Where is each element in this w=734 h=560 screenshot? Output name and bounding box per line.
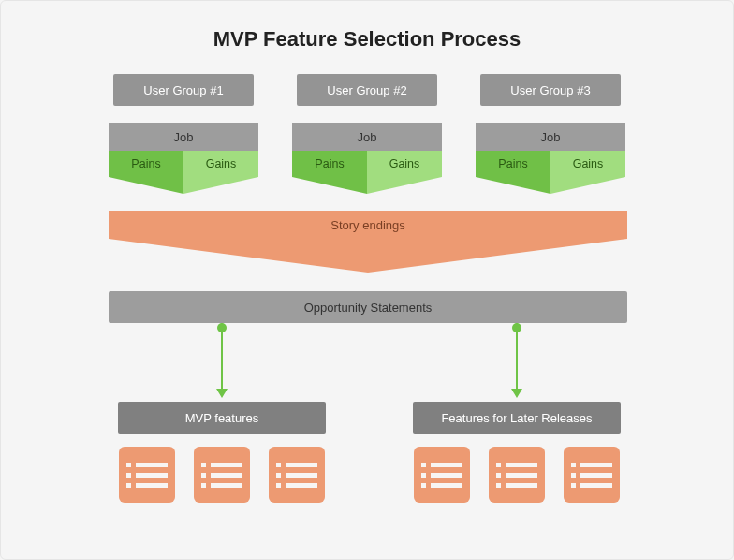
job-arrow-icon: [109, 177, 258, 194]
feature-list-icon: [119, 447, 175, 503]
gain-box: Gains: [550, 151, 625, 177]
job-block: Job Pains Gains: [476, 123, 625, 194]
feature-list-icon: [194, 447, 250, 503]
story-funnel-label: Story endings: [109, 211, 627, 239]
job-block: Job Pains Gains: [292, 123, 442, 194]
pain-gain-row: Pains Gains: [476, 151, 625, 177]
job-box: Job: [476, 123, 625, 151]
user-group-box: User Group #3: [480, 74, 621, 106]
feature-list-icon: [489, 447, 545, 503]
feature-icon-row: [414, 447, 620, 503]
mvp-features-label: MVP features: [118, 402, 326, 434]
later-features-block: Features for Later Releases: [413, 402, 621, 503]
mvp-features-block: MVP features: [118, 402, 326, 503]
job-arrow-icon: [292, 177, 442, 194]
story-funnel: Story endings: [109, 211, 627, 273]
gain-box: Gains: [184, 151, 258, 177]
gain-box: Gains: [367, 151, 442, 177]
user-group-box: User Group #1: [113, 74, 254, 106]
arrow-down-icon: [221, 323, 223, 389]
opportunity-statements-box: Opportunity Statements: [109, 291, 627, 323]
feature-list-icon: [414, 447, 470, 503]
feature-icon-row: [119, 447, 325, 503]
pain-box: Pains: [292, 151, 367, 177]
user-group-column: User Group #2 Job Pains Gains: [292, 74, 442, 194]
pain-box: Pains: [476, 151, 550, 177]
feature-list-icon: [269, 447, 325, 503]
job-box: Job: [292, 123, 442, 151]
diagram-canvas: MVP Feature Selection Process User Group…: [0, 0, 734, 560]
user-group-box: User Group #2: [297, 74, 437, 106]
feature-list-icon: [564, 447, 620, 503]
pain-gain-row: Pains Gains: [292, 151, 442, 177]
job-block: Job Pains Gains: [109, 123, 258, 194]
pain-box: Pains: [109, 151, 184, 177]
user-group-column: User Group #1 Job Pains Gains: [109, 74, 258, 194]
user-group-column: User Group #3 Job Pains Gains: [476, 74, 625, 194]
pain-gain-row: Pains Gains: [109, 151, 258, 177]
funnel-arrow-icon: [109, 239, 627, 273]
later-features-label: Features for Later Releases: [413, 402, 621, 434]
job-box: Job: [109, 123, 258, 151]
diagram-title: MVP Feature Selection Process: [1, 27, 733, 52]
user-group-columns: User Group #1 Job Pains Gains User Group…: [1, 74, 733, 194]
job-arrow-icon: [476, 177, 625, 194]
arrow-down-icon: [516, 323, 518, 389]
